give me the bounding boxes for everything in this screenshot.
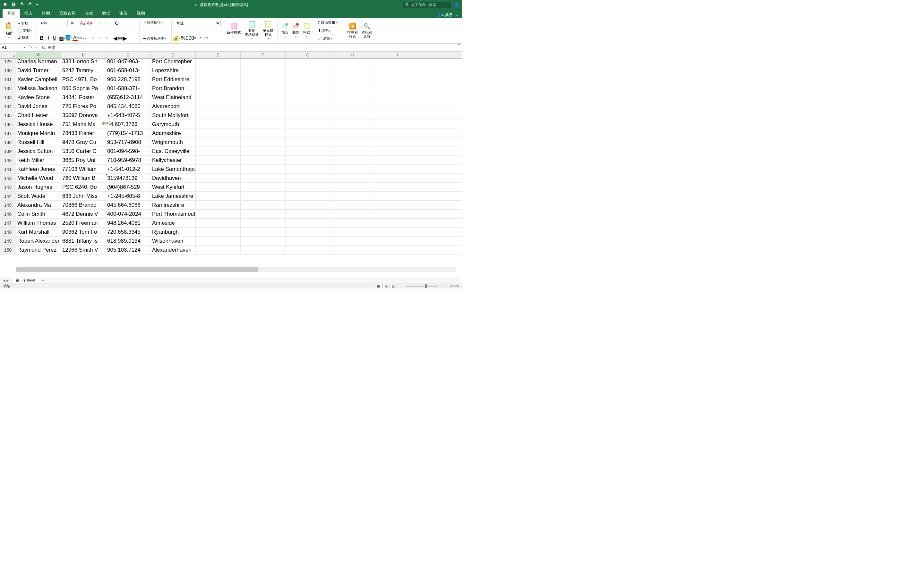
cell[interactable] <box>286 219 330 227</box>
cell[interactable]: 618.989.9134 <box>106 237 151 245</box>
percent-icon[interactable]: % <box>180 35 186 41</box>
menu-tab-审阅[interactable]: 审阅 <box>115 9 132 18</box>
cell[interactable]: 35097 Donova <box>61 111 106 119</box>
align-center-icon[interactable]: ≡ <box>97 35 103 41</box>
decrease-indent-icon[interactable]: ◀≡ <box>114 35 120 41</box>
cell[interactable] <box>241 66 286 75</box>
row-header[interactable]: 144 <box>0 192 16 200</box>
cell[interactable]: Kaylee Stone <box>16 93 61 102</box>
cell[interactable]: Russell Hill <box>16 138 61 147</box>
row-header[interactable]: 140 <box>0 156 16 164</box>
cell[interactable]: Alvarezport <box>151 102 196 111</box>
row-header[interactable]: 150 <box>0 245 16 254</box>
cell[interactable]: 710-959-6978 <box>106 156 151 164</box>
add-sheet-button[interactable]: + <box>39 278 47 283</box>
conditional-format-button[interactable]: 条件格式▾ <box>225 19 243 42</box>
insert-cells-button[interactable]: 插入▾ <box>279 19 290 42</box>
cell[interactable]: Xavier Campbell <box>16 75 61 84</box>
cell[interactable] <box>241 201 286 210</box>
cell[interactable]: 905.103.7124 <box>106 245 151 254</box>
cell[interactable] <box>241 102 286 111</box>
cell[interactable] <box>196 75 241 84</box>
ribbon-expand-icon[interactable]: ⏷ <box>457 42 461 47</box>
cell[interactable] <box>241 93 286 102</box>
column-header-G[interactable]: G <box>286 52 330 58</box>
cell[interactable] <box>196 84 241 93</box>
cell[interactable]: Kurt Marshall <box>16 227 61 236</box>
cell[interactable]: 3665 Roy Uni <box>61 156 106 164</box>
cell[interactable]: Kellychester <box>151 156 196 164</box>
menu-tab-页面布局[interactable]: 页面布局 <box>55 9 80 18</box>
cell[interactable]: Alexandra Ma <box>16 201 61 210</box>
undo-icon[interactable] <box>19 2 24 8</box>
cell[interactable] <box>330 111 375 119</box>
row-header[interactable]: 132 <box>0 84 16 93</box>
cell[interactable]: Scott Wade <box>16 192 61 200</box>
user-icon[interactable]: 👤 <box>454 2 459 7</box>
cell[interactable] <box>241 183 286 191</box>
cell[interactable] <box>241 138 286 147</box>
row-header[interactable]: 147 <box>0 219 16 227</box>
cell[interactable]: 70866 Brando <box>61 201 106 210</box>
cell[interactable]: PSC 4971, Bo <box>61 75 106 84</box>
align-middle-icon[interactable]: ≡ <box>97 20 103 26</box>
cell[interactable]: Colin Smith <box>16 210 61 218</box>
cell[interactable] <box>330 174 375 182</box>
cell[interactable] <box>375 245 420 254</box>
cell[interactable]: Robert Alexander <box>16 237 61 245</box>
cell[interactable] <box>196 111 241 119</box>
cell[interactable]: +1-643-407-5 <box>106 111 151 119</box>
row-header[interactable]: 131 <box>0 75 16 84</box>
cell[interactable] <box>241 245 286 254</box>
cell[interactable] <box>196 120 241 129</box>
normal-view-button[interactable]: ▦ <box>375 284 382 288</box>
save-icon[interactable] <box>11 2 16 8</box>
cell[interactable]: Port Brandon <box>151 84 196 93</box>
cell[interactable] <box>330 165 375 173</box>
font-name-select[interactable] <box>39 20 68 26</box>
cell[interactable]: 78433 Fisher <box>61 129 106 137</box>
cell[interactable] <box>375 93 420 102</box>
qat-dropdown-icon[interactable]: ⏷ <box>36 3 39 6</box>
cell[interactable]: 720 Flores Po <box>61 102 106 111</box>
cell[interactable]: 633 John Miss <box>61 192 106 200</box>
border-button[interactable]: ▦▾ <box>59 35 65 41</box>
cell[interactable] <box>286 75 330 84</box>
cell[interactable] <box>286 138 330 147</box>
merge-center-button[interactable]: ⬌ 合并后居中▾ <box>142 35 170 42</box>
font-size-select[interactable] <box>69 20 79 26</box>
cell[interactable] <box>196 147 241 155</box>
cell[interactable] <box>196 237 241 245</box>
orientation-icon[interactable]: ⟲▾ <box>114 20 120 26</box>
cell[interactable]: 77103 William <box>61 165 106 173</box>
redo-icon[interactable] <box>27 2 33 8</box>
zoom-out-button[interactable]: − <box>397 284 403 288</box>
cell[interactable]: 3159478139 <box>106 174 151 182</box>
row-header[interactable]: 138 <box>0 138 16 147</box>
column-header-I[interactable]: I <box>375 52 420 58</box>
cell[interactable] <box>241 165 286 173</box>
cell[interactable] <box>375 102 420 111</box>
cell[interactable]: Port Eddieshire <box>151 75 196 84</box>
cell[interactable] <box>196 174 241 182</box>
cell[interactable]: William Thomas <box>16 219 61 227</box>
cell[interactable]: David Turner <box>16 66 61 75</box>
sheet-nav-prev-icon[interactable]: ◀ <box>3 279 5 283</box>
cell[interactable] <box>241 111 286 119</box>
cell[interactable]: Keith Miller <box>16 156 61 164</box>
cell[interactable] <box>241 237 286 245</box>
column-header-C[interactable]: C <box>106 52 151 58</box>
cell[interactable]: Port Christopher <box>151 59 196 66</box>
cell[interactable] <box>330 75 375 84</box>
cell[interactable] <box>375 156 420 164</box>
cell[interactable] <box>241 84 286 93</box>
cell[interactable] <box>375 66 420 75</box>
cell[interactable]: East Caseyville <box>151 147 196 155</box>
cell[interactable] <box>330 93 375 102</box>
cell[interactable]: Davidhaven <box>151 174 196 182</box>
cell[interactable] <box>330 227 375 236</box>
cell[interactable]: Jessica House <box>16 120 61 129</box>
cell[interactable] <box>196 201 241 210</box>
cell[interactable] <box>241 59 286 66</box>
formula-input[interactable] <box>46 45 462 50</box>
